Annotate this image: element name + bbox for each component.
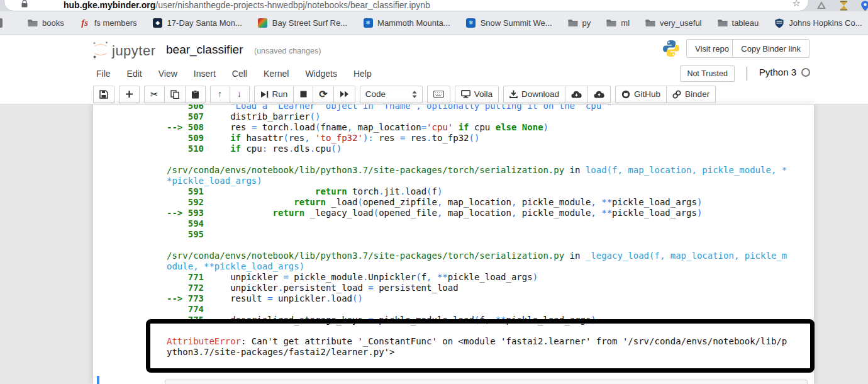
restart-run-all-icon: [340, 91, 349, 98]
folder-icon: [718, 19, 728, 28]
cut-icon: ✂: [150, 89, 159, 99]
jupyter-logo[interactable]: jupyter: [92, 40, 156, 59]
download-button[interactable]: Download: [503, 86, 565, 103]
toolbar-group: ↑↓: [210, 86, 250, 103]
traceback-line: *pickle_load_args): [167, 176, 814, 186]
traceback-line: [167, 154, 814, 165]
toolbar-button-label: Run: [272, 89, 288, 99]
monitor-button[interactable]: Voila: [455, 86, 499, 103]
cut-button[interactable]: ✂: [144, 86, 165, 103]
notebook-title[interactable]: bear_classifier: [166, 43, 243, 57]
move-up-button[interactable]: ↑: [210, 86, 230, 103]
cloud-upload-button[interactable]: [587, 86, 611, 103]
code-cell-input[interactable]: [165, 380, 808, 384]
menu-help[interactable]: Help: [345, 64, 380, 83]
stop-icon: [300, 91, 307, 98]
bookmark-item[interactable]: books: [28, 18, 64, 28]
menu-view[interactable]: View: [150, 64, 186, 83]
bookmark-item[interactable]: ml: [606, 18, 630, 28]
traceback-line: 509 if hasattr(res, 'to_fp32'): res = re…: [167, 133, 814, 144]
menubar: FileEditViewInsertCellKernelWidgetsHelp: [0, 62, 868, 84]
menu-file[interactable]: File: [88, 64, 119, 83]
bookmark-item[interactable]: tableau: [718, 18, 759, 28]
traceback-line: 510 if cpu: res.dls.cpu(): [167, 144, 814, 154]
folder-icon: [606, 19, 616, 28]
hourglass-extension-icon[interactable]: [839, 1, 850, 11]
toolbar-button-label: Voila: [474, 89, 492, 99]
copy-button[interactable]: [164, 86, 186, 103]
traceback-line: /srv/conda/envs/notebook/lib/python3.7/s…: [167, 165, 814, 176]
add-cell-button[interactable]: [119, 86, 140, 103]
toolbar-group: [119, 86, 140, 103]
visit-repo-button[interactable]: Visit repo: [686, 39, 738, 58]
cloud-download-button[interactable]: [565, 86, 588, 103]
bookmark-star-icon[interactable]: ☆: [793, 0, 801, 8]
copy-binder-link-button[interactable]: Copy Binder link: [732, 39, 810, 58]
save-button[interactable]: [93, 86, 114, 103]
move-down-button[interactable]: ↓: [230, 86, 250, 103]
stop-button[interactable]: [293, 86, 313, 103]
bookmark-item[interactable]: very_useful: [645, 18, 701, 28]
bookmark-item[interactable]: py: [568, 18, 591, 28]
drive-extension-icon[interactable]: [816, 1, 827, 11]
run-button[interactable]: Run: [254, 86, 294, 103]
folder-icon: [28, 19, 38, 28]
bookmark-item[interactable]: ❄Snow Summit We...: [466, 18, 552, 28]
bookmark-item[interactable]: ◆17-Day Santa Mon...: [153, 18, 242, 28]
bookmark-label: Mammoth Mounta...: [377, 18, 450, 28]
menu-insert[interactable]: Insert: [186, 64, 224, 83]
snowflake-icon: ❄: [363, 19, 373, 28]
pin-extension-icon[interactable]: [860, 1, 868, 11]
traceback-line: /srv/conda/envs/notebook/lib/python3.7/s…: [167, 251, 814, 261]
cell-type-select[interactable]: Code: [360, 86, 423, 103]
run-icon: [260, 91, 269, 98]
folder-icon: [645, 19, 655, 28]
fs-icon: fs: [80, 19, 90, 28]
address-bar[interactable]: hub.gke.mybinder.org/user/nishanthegde-p…: [4, 0, 809, 11]
restart-button[interactable]: ⟳: [313, 86, 333, 103]
menu-edit[interactable]: Edit: [119, 64, 150, 83]
not-trusted-button[interactable]: Not Trusted: [680, 65, 735, 82]
copy-icon: [170, 90, 179, 99]
python-logo-icon: [662, 39, 681, 58]
link-button[interactable]: Binder: [666, 86, 716, 103]
monitor-icon: [461, 90, 470, 98]
bookmark-label: ml: [621, 18, 630, 28]
kernel-name: Python 3: [759, 67, 796, 77]
bookmark-item[interactable]: fsfs members: [80, 18, 137, 28]
menu-widgets[interactable]: Widgets: [297, 64, 345, 83]
menu-cell[interactable]: Cell: [224, 64, 255, 83]
toolbar-group: Run⟳: [254, 86, 355, 103]
keyboard-button[interactable]: [427, 86, 450, 103]
bookmark-label: 17-Day Santa Mon...: [167, 18, 242, 28]
photo-icon: [258, 19, 268, 28]
paste-button[interactable]: [185, 86, 206, 103]
bookmarks-bar: booksfsfs members◆17-Day Santa Mon...Bay…: [0, 11, 868, 35]
toolbar-group: Download: [503, 86, 611, 103]
bookmark-item[interactable]: Johns Hopkins Co...: [774, 18, 862, 28]
traceback-line: 774: [167, 304, 814, 315]
kernel-status-icon: [801, 68, 810, 77]
move-down-icon: ↓: [237, 89, 242, 99]
select-arrows-icon: [412, 91, 417, 98]
cell-type-value: Code: [365, 89, 386, 99]
traceback-line: 591 return torch.jit.load(f): [167, 186, 814, 197]
bookmark-label: tableau: [732, 18, 759, 28]
snowflake-icon: ❄: [466, 19, 476, 28]
cloud-download-icon: [571, 91, 582, 98]
jupyter-logo-icon: [92, 40, 109, 59]
github-button[interactable]: GitHub: [615, 86, 667, 103]
bookmark-label: Bay Street Surf Re...: [272, 18, 347, 28]
bookmark-label: Snow Summit We...: [481, 18, 552, 28]
clipped-bookmark-icon: [0, 18, 3, 28]
bookmark-item[interactable]: ❄Mammoth Mounta...: [363, 18, 450, 28]
menu-kernel[interactable]: Kernel: [255, 64, 297, 83]
traceback-line: 771 unpickler = pickle_module.Unpickler(…: [167, 272, 814, 283]
bookmark-item[interactable]: Bay Street Surf Re...: [258, 18, 347, 28]
folder-icon: [568, 19, 578, 28]
link-icon: [672, 90, 681, 99]
restart-run-all-button[interactable]: [333, 86, 355, 103]
kernel-indicator: Python 3: [759, 67, 810, 77]
traceback-line: 507 distrib_barrier(): [167, 111, 814, 122]
traceback-line: 595: [167, 229, 814, 240]
